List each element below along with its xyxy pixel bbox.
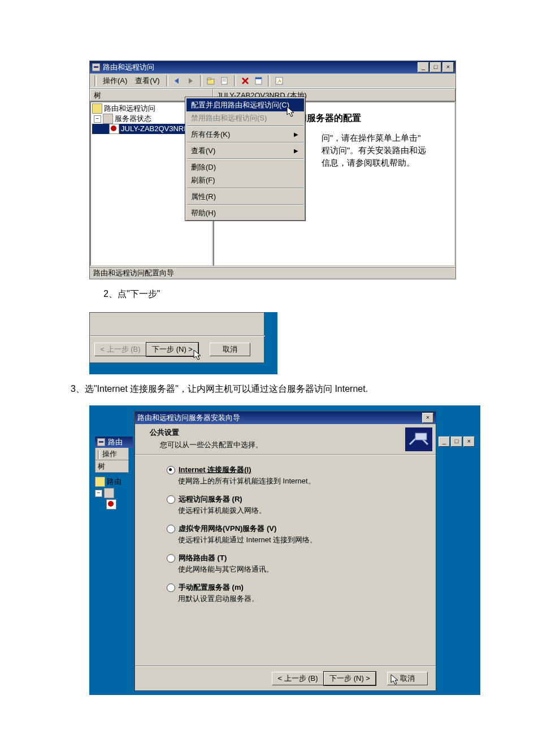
wizard-dialog: 路由和远程访问服务器安装向导 × 公共设置 您可以从一些公共配置中选择。 Int…: [134, 411, 436, 691]
server-icon: [104, 488, 114, 498]
option-vpn-desc: 使远程计算机能通过 Internet 连接到网络。: [178, 535, 413, 545]
wizard-close-button[interactable]: ×: [422, 413, 433, 423]
minimize-button[interactable]: _: [418, 62, 429, 72]
bg-tree-head: 树: [95, 460, 129, 473]
close-button[interactable]: ×: [442, 62, 454, 72]
bg-menu: 操作: [102, 450, 117, 458]
wizard-header-title: 公共设置: [150, 427, 396, 438]
submenu-arrow-icon: ▶: [294, 131, 298, 137]
option-manual-label: 手动配置服务器 (m): [179, 582, 244, 593]
option-vpn[interactable]: 虚拟专用网络(VPN)服务器 (V): [167, 524, 413, 534]
maximize-button[interactable]: □: [430, 62, 441, 72]
close-button[interactable]: ×: [463, 437, 475, 447]
status-text: 路由和远程访问配置向导: [93, 268, 174, 278]
option-router-desc: 使此网络能与其它网络通讯。: [178, 564, 413, 574]
bg-window-controls: _ □ ×: [437, 437, 475, 447]
properties-icon[interactable]: [219, 75, 231, 87]
radio-off-icon[interactable]: [167, 495, 175, 504]
wizard-header-graphic: [405, 427, 432, 451]
ctx-help[interactable]: 帮助(H): [186, 206, 304, 219]
option-remote-desc: 使远程计算机能拨入网络。: [178, 506, 413, 516]
info-body: 问"，请在操作菜单上单击" 程访问"。有关安装路由和远 信息，请参阅联机帮助。: [322, 132, 448, 169]
submenu-arrow-icon: ▶: [294, 148, 298, 154]
option-router[interactable]: 网络路由器 (T): [167, 553, 413, 563]
bg-title: 路由: [108, 437, 123, 447]
back-button[interactable]: < 上一步 (B): [272, 672, 324, 685]
mmc-window: 路由和远程访问 _ □ × 操作(A) 查看(V): [89, 61, 456, 279]
option-internet-desc: 使网路上的所有计算机能连接到 Internet。: [178, 476, 413, 486]
menu-action[interactable]: 操作(A): [99, 75, 131, 87]
statusbar: 路由和远程访问配置向导: [90, 266, 455, 279]
radio-off-icon[interactable]: [167, 525, 175, 533]
back-button: < 上一步 (B): [94, 343, 146, 356]
radio-off-icon[interactable]: [167, 554, 175, 563]
menu-view[interactable]: 查看(V): [131, 75, 163, 87]
cancel-button[interactable]: 取消: [210, 343, 250, 356]
option-internet[interactable]: Internet 连接服务器(I): [167, 465, 413, 475]
option-router-label: 网络路由器 (T): [179, 553, 227, 563]
refresh-icon[interactable]: [273, 75, 285, 87]
svg-rect-6: [255, 77, 262, 79]
app-icon: [92, 63, 100, 71]
bg-tree: 路由 −: [95, 477, 129, 509]
wizard-body: Internet 连接服务器(I) 使网路上的所有计算机能连接到 Interne…: [135, 455, 436, 617]
tree-status-label: 服务器状态: [115, 114, 151, 124]
server-stopped-icon: [106, 499, 116, 509]
wizard-screenshot: 路由 操作 树 路由 − _ □ × 路由和远程访问服务器安装向导 × 公共设置…: [89, 405, 480, 695]
option-vpn-label: 虚拟专用网络(VPN)服务器 (V): [179, 524, 276, 534]
up-icon[interactable]: [205, 75, 218, 87]
info-line1: 问"，请在操作菜单上单击": [322, 132, 448, 144]
next-button[interactable]: 下一步 (N) >: [324, 672, 376, 685]
svg-rect-1: [207, 78, 211, 80]
router-icon: [92, 103, 102, 114]
menubar: 操作(A) 查看(V): [90, 74, 455, 89]
option-manual-desc: 用默认设置启动服务器。: [178, 594, 413, 604]
forward-icon[interactable]: [185, 75, 197, 87]
option-internet-label: Internet 连接服务器(I): [179, 465, 251, 475]
bg-tree-label: 路由: [107, 477, 121, 487]
back-icon[interactable]: [171, 75, 184, 87]
server-stopped-icon: [109, 124, 119, 134]
router-icon: [95, 477, 105, 487]
ctx-all-tasks[interactable]: 所有任务(K)▶: [186, 128, 304, 141]
delete-icon[interactable]: [239, 75, 251, 87]
step3-text: 3、选"Internet 连接服务器"，让内网主机可以通过这台服务器访问 Int…: [71, 383, 368, 395]
info-line3: 信息，请参阅联机帮助。: [322, 157, 448, 169]
radio-on-icon[interactable]: [167, 466, 175, 474]
info-line2: 程访问"。有关安装路由和远: [322, 144, 448, 157]
ctx-configure[interactable]: 配置并启用路由和远程访问(C): [186, 98, 304, 111]
titlebar: 路由和远程访问 _ □ ×: [90, 61, 455, 74]
bg-mmc-fragment: 路由 操作 树: [95, 437, 129, 473]
radio-off-icon[interactable]: [167, 584, 175, 592]
option-remote-label: 远程访问服务器 (R): [179, 494, 242, 504]
server-status-icon: [103, 114, 113, 124]
wizard-buttons-crop: < 上一步 (B) 下一步 (N) > 取消: [89, 312, 277, 374]
collapse-icon: −: [95, 490, 102, 497]
wizard-title: 路由和远程访问服务器安装向导: [137, 413, 240, 423]
ctx-disable: 禁用路由和远程访问(S): [186, 111, 304, 124]
window-title: 路由和远程访问: [103, 62, 154, 72]
cancel-button[interactable]: 取消: [387, 672, 428, 685]
option-manual[interactable]: 手动配置服务器 (m): [167, 582, 413, 593]
step2-text: 2、点"下一步": [103, 288, 160, 300]
app-icon: [97, 438, 105, 446]
wizard-header: 公共设置 您可以从一些公共配置中选择。: [135, 424, 436, 455]
maximize-button[interactable]: □: [451, 437, 462, 447]
wizard-footer: < 上一步 (B) 下一步 (N) > 取消: [135, 666, 436, 690]
ctx-view[interactable]: 查看(V)▶: [186, 144, 304, 157]
minimize-button[interactable]: _: [439, 437, 450, 447]
ctx-properties[interactable]: 属性(R): [186, 190, 304, 203]
collapse-icon[interactable]: −: [94, 115, 101, 123]
ctx-delete[interactable]: 删除(D): [186, 161, 304, 174]
option-remote[interactable]: 远程访问服务器 (R): [167, 494, 413, 504]
wizard-header-sub: 您可以从一些公共配置中选择。: [160, 440, 396, 450]
context-menu: 配置并启用路由和远程访问(C) 禁用路由和远程访问(S) 所有任务(K)▶ 查看…: [185, 97, 306, 221]
tree-root-label: 路由和远程访问: [104, 103, 155, 114]
wizard-titlebar: 路由和远程访问服务器安装向导 ×: [135, 412, 436, 424]
props2-icon[interactable]: [253, 75, 265, 87]
next-button[interactable]: 下一步 (N) >: [146, 343, 198, 356]
page: 路由和远程访问 _ □ × 操作(A) 查看(V): [0, 0, 534, 756]
svg-rect-9: [415, 433, 427, 440]
ctx-refresh[interactable]: 刷新(F): [186, 174, 304, 187]
